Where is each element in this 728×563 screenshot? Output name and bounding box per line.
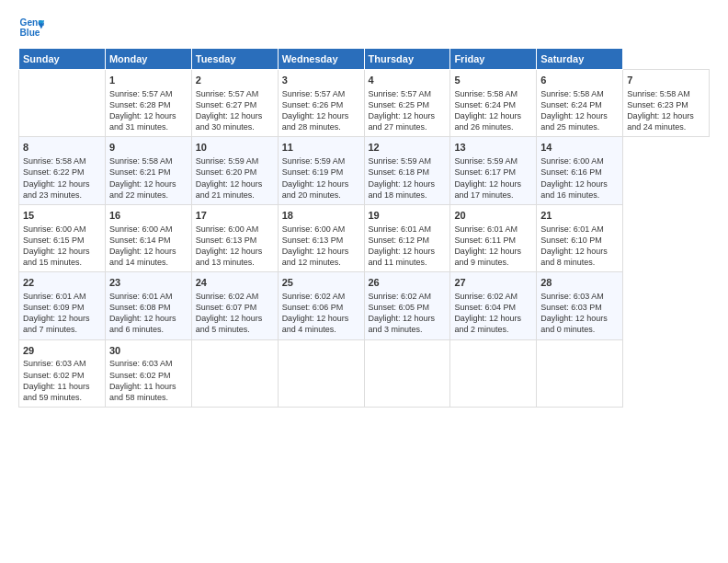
daylight-text: Daylight: 12 hours and 30 minutes. [196, 111, 263, 132]
sunrise-text: Sunrise: 5:59 AM [454, 156, 518, 166]
logo: General Blue [18, 15, 48, 40]
daylight-text: Daylight: 12 hours and 0 minutes. [540, 314, 608, 334]
table-row: 21Sunrise: 6:01 AMSunset: 6:10 PMDayligh… [537, 204, 623, 271]
table-row: 30Sunrise: 6:03 AMSunset: 6:02 PMDayligh… [105, 339, 191, 407]
sunrise-text: Sunrise: 6:00 AM [23, 224, 86, 234]
day-number: 9 [109, 141, 188, 155]
daylight-text: Daylight: 12 hours and 8 minutes. [540, 247, 608, 267]
table-row: 22Sunrise: 6:01 AMSunset: 6:09 PMDayligh… [19, 272, 106, 339]
sunset-text: Sunset: 6:24 PM [540, 100, 602, 109]
daylight-text: Daylight: 12 hours and 14 minutes. [109, 247, 176, 267]
sunset-text: Sunset: 6:25 PM [369, 100, 430, 109]
day-number: 5 [454, 74, 532, 87]
day-number: 6 [540, 74, 619, 87]
empty-cell [450, 339, 537, 407]
week-row-5: 29Sunrise: 6:03 AMSunset: 6:02 PMDayligh… [19, 339, 710, 407]
day-number: 21 [540, 209, 619, 223]
daylight-text: Daylight: 12 hours and 23 minutes. [23, 179, 90, 200]
table-row: 8Sunrise: 5:58 AMSunset: 6:22 PMDaylight… [19, 137, 106, 204]
sunset-text: Sunset: 6:19 PM [282, 167, 344, 177]
table-row: 15Sunrise: 6:00 AMSunset: 6:15 PMDayligh… [19, 204, 106, 271]
sunrise-text: Sunrise: 6:01 AM [369, 224, 432, 234]
sunrise-text: Sunrise: 5:57 AM [109, 89, 173, 98]
daylight-text: Daylight: 12 hours and 2 minutes. [454, 314, 521, 334]
table-row: 2Sunrise: 5:57 AMSunset: 6:27 PMDaylight… [191, 70, 278, 137]
sunset-text: Sunset: 6:20 PM [196, 167, 257, 177]
sunrise-text: Sunrise: 5:57 AM [282, 89, 346, 98]
day-number: 12 [369, 141, 447, 155]
table-row: 12Sunrise: 5:59 AMSunset: 6:18 PMDayligh… [364, 137, 450, 204]
daylight-text: Daylight: 12 hours and 18 minutes. [369, 179, 436, 200]
day-number: 26 [369, 276, 447, 290]
sunrise-text: Sunrise: 6:00 AM [109, 224, 173, 234]
day-number: 2 [196, 74, 274, 87]
sunrise-text: Sunrise: 5:58 AM [454, 89, 518, 98]
svg-text:Blue: Blue [20, 28, 40, 38]
sunset-text: Sunset: 6:27 PM [196, 100, 257, 109]
sunset-text: Sunset: 6:26 PM [282, 100, 344, 109]
sunrise-text: Sunrise: 6:01 AM [540, 224, 604, 234]
table-row: 25Sunrise: 6:02 AMSunset: 6:06 PMDayligh… [278, 272, 364, 339]
table-row: 13Sunrise: 5:59 AMSunset: 6:17 PMDayligh… [450, 137, 537, 204]
sunset-text: Sunset: 6:02 PM [23, 371, 85, 380]
sunrise-text: Sunrise: 5:59 AM [196, 156, 259, 166]
sunset-text: Sunset: 6:06 PM [282, 303, 344, 312]
col-header-monday: Monday [105, 49, 191, 70]
table-row: 3Sunrise: 5:57 AMSunset: 6:26 PMDaylight… [278, 70, 364, 137]
sunrise-text: Sunrise: 6:00 AM [540, 156, 604, 166]
sunset-text: Sunset: 6:23 PM [627, 100, 688, 109]
daylight-text: Daylight: 12 hours and 16 minutes. [540, 179, 608, 200]
daylight-text: Daylight: 12 hours and 6 minutes. [109, 314, 176, 334]
sunset-text: Sunset: 6:11 PM [454, 236, 516, 245]
sunrise-text: Sunrise: 5:58 AM [109, 156, 173, 166]
sunrise-text: Sunrise: 6:00 AM [282, 224, 346, 234]
daylight-text: Daylight: 12 hours and 20 minutes. [282, 179, 349, 200]
calendar-table: SundayMondayTuesdayWednesdayThursdayFrid… [18, 48, 710, 408]
table-row: 24Sunrise: 6:02 AMSunset: 6:07 PMDayligh… [191, 272, 278, 339]
daylight-text: Daylight: 12 hours and 5 minutes. [196, 314, 263, 334]
daylight-text: Daylight: 12 hours and 31 minutes. [109, 111, 176, 132]
sunrise-text: Sunrise: 5:58 AM [627, 89, 690, 98]
table-row: 16Sunrise: 6:00 AMSunset: 6:14 PMDayligh… [105, 204, 191, 271]
sunset-text: Sunset: 6:24 PM [454, 100, 516, 109]
sunrise-text: Sunrise: 6:03 AM [109, 359, 173, 368]
sunset-text: Sunset: 6:13 PM [196, 236, 257, 245]
sunset-text: Sunset: 6:17 PM [454, 167, 516, 177]
daylight-text: Daylight: 11 hours and 58 minutes. [109, 382, 176, 402]
day-number: 29 [23, 344, 101, 358]
sunrise-text: Sunrise: 6:02 AM [454, 292, 518, 301]
daylight-text: Daylight: 12 hours and 27 minutes. [369, 111, 436, 132]
sunrise-text: Sunrise: 6:01 AM [454, 224, 518, 234]
day-number: 15 [23, 209, 101, 223]
day-number: 8 [23, 141, 101, 155]
day-number: 23 [109, 276, 188, 290]
sunset-text: Sunset: 6:05 PM [369, 303, 430, 312]
col-header-sunday: Sunday [19, 49, 106, 70]
sunset-text: Sunset: 6:09 PM [23, 303, 85, 312]
day-number: 7 [627, 74, 705, 87]
daylight-text: Daylight: 12 hours and 21 minutes. [196, 179, 263, 200]
daylight-text: Daylight: 12 hours and 9 minutes. [454, 247, 521, 267]
sunrise-text: Sunrise: 5:58 AM [23, 156, 86, 166]
sunset-text: Sunset: 6:04 PM [454, 303, 516, 312]
day-number: 1 [109, 74, 188, 87]
day-number: 19 [369, 209, 447, 223]
sunrise-text: Sunrise: 6:01 AM [109, 292, 173, 301]
day-number: 13 [454, 141, 532, 155]
day-number: 22 [23, 276, 101, 290]
sunset-text: Sunset: 6:28 PM [109, 100, 171, 109]
daylight-text: Daylight: 12 hours and 22 minutes. [109, 179, 176, 200]
daylight-text: Daylight: 12 hours and 28 minutes. [282, 111, 349, 132]
table-row: 27Sunrise: 6:02 AMSunset: 6:04 PMDayligh… [450, 272, 537, 339]
sunrise-text: Sunrise: 6:00 AM [196, 224, 259, 234]
daylight-text: Daylight: 12 hours and 24 minutes. [627, 111, 694, 132]
sunset-text: Sunset: 6:12 PM [369, 236, 430, 245]
sunset-text: Sunset: 6:22 PM [23, 167, 85, 177]
sunset-text: Sunset: 6:14 PM [109, 236, 171, 245]
table-row: 23Sunrise: 6:01 AMSunset: 6:08 PMDayligh… [105, 272, 191, 339]
table-row: 17Sunrise: 6:00 AMSunset: 6:13 PMDayligh… [191, 204, 278, 271]
sunrise-text: Sunrise: 5:57 AM [369, 89, 432, 98]
sunrise-text: Sunrise: 5:57 AM [196, 89, 259, 98]
day-number: 20 [454, 209, 532, 223]
daylight-text: Daylight: 12 hours and 4 minutes. [282, 314, 349, 334]
